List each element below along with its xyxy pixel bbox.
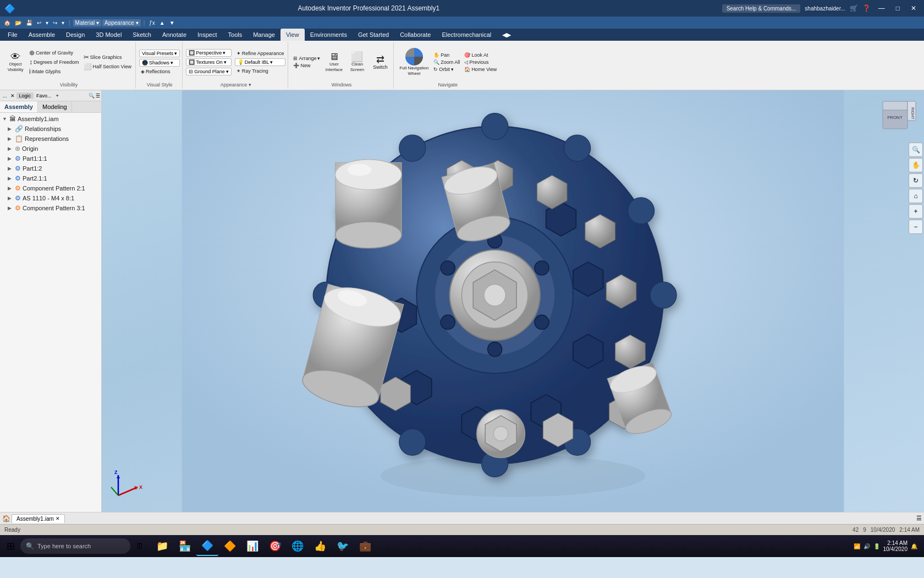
visual-presets-dropdown[interactable]: Visual Presets ▾ — [139, 50, 180, 57]
appearance-dropdown[interactable]: Appearance ▾ — [102, 19, 141, 26]
fx-icon[interactable]: ƒx — [147, 19, 157, 26]
assembly-tab[interactable]: Assembly — [0, 101, 38, 112]
undo-icon[interactable]: ↩ — [35, 19, 43, 26]
sidebar-favo-tab[interactable]: Favo... — [34, 92, 54, 99]
switch-button[interactable]: ⇄ Switch — [369, 53, 391, 71]
tab-electromechanical[interactable]: Electromechanical — [436, 29, 497, 41]
imate-glyphs-button[interactable]: i iMate Glyphs — [28, 67, 81, 76]
taskbar-notification-icon[interactable]: 🔔 — [911, 543, 917, 549]
taskbar-inventor2[interactable]: 🔶 — [219, 536, 241, 556]
undo-dropdown-icon[interactable]: ▾ — [44, 19, 50, 26]
search-sidebar-icon[interactable]: 🔍 — [89, 93, 95, 99]
tree-part1-2[interactable]: ▶ ⚙ Part1:2 — [0, 163, 101, 173]
tab-view[interactable]: View — [280, 29, 305, 41]
modeling-tab[interactable]: Modeling — [38, 101, 72, 112]
redo-dropdown-icon[interactable]: ▾ — [60, 19, 66, 26]
reflections-button[interactable]: ◈ Reflections — [139, 68, 180, 75]
tree-relationships[interactable]: ▶ 🔗 Relationships — [0, 124, 101, 134]
taskbar-twitter[interactable]: 🐦 — [332, 536, 354, 556]
degrees-of-freedom-button[interactable]: ↕ Degrees of Freedom — [28, 58, 81, 67]
orbit-button[interactable]: ↻ Orbit ▾ — [432, 66, 461, 73]
sidebar-add-tab[interactable]: + — [54, 92, 61, 99]
arrange-button[interactable]: ⊞ Arrange ▾ — [292, 55, 322, 62]
start-button[interactable]: ⊞ — [2, 536, 19, 556]
sidebar-logic-tab[interactable]: Logic — [16, 92, 34, 99]
object-visibility-button[interactable]: 👁 ObjectVisibility — [4, 51, 26, 73]
half-section-button[interactable]: ⬜ Half Section View — [82, 62, 133, 71]
tab-manage[interactable]: Manage — [248, 29, 280, 41]
tab-3dmodel[interactable]: 3D Model — [90, 29, 127, 41]
material-dropdown[interactable]: Material ▾ — [73, 19, 101, 26]
tab-tools[interactable]: Tools — [223, 29, 248, 41]
taskbar-edge[interactable]: 💼 — [354, 536, 376, 556]
clean-screen-button[interactable]: ⬜ CleanScreen — [346, 51, 368, 73]
perspective-dropdown[interactable]: 🔲 Perspective ▾ — [186, 49, 232, 57]
full-nav-wheel-button[interactable]: Full NavigationWheel — [397, 47, 431, 77]
look-at-button[interactable]: 🎯 Look At — [463, 52, 498, 58]
taskbar-app6[interactable]: 🎯 — [264, 536, 286, 556]
save-icon[interactable]: 💾 — [24, 19, 34, 26]
zoom-all-button[interactable]: 🔍 Zoom All — [432, 59, 461, 66]
help-icon[interactable]: ❓ — [862, 4, 871, 12]
viewport[interactable]: FRONT RIGHT 🔍 ✋ ↻ ⌂ + − — [102, 90, 924, 512]
taskbar-search-box[interactable]: 🔍 Type here to search — [20, 538, 130, 554]
tree-part1-1-1[interactable]: ▶ ⚙ Part1:1:1 — [0, 154, 101, 163]
origin-label: Origin — [22, 145, 38, 152]
bottom-tab-menu-icon[interactable]: ☰ — [916, 515, 922, 522]
taskbar-chrome[interactable]: 🌐 — [287, 536, 309, 556]
tree-representations[interactable]: ▶ 📋 Representations — [0, 134, 101, 144]
maximize-button[interactable]: □ — [893, 3, 903, 13]
tab-collaborate[interactable]: Collaborate — [394, 29, 436, 41]
home-tab-icon[interactable]: 🏠 — [2, 515, 10, 522]
sidebar-back-tab[interactable]: ... — [1, 92, 9, 99]
tree-origin[interactable]: ▶ ⊕ Origin — [0, 144, 101, 154]
sidebar-menu-icon[interactable]: ☰ — [96, 93, 100, 99]
previous-button[interactable]: ◁ Previous — [463, 59, 498, 66]
shopping-icon[interactable]: 🛒 — [850, 4, 858, 12]
taskbar-ppt[interactable]: 📊 — [241, 536, 263, 556]
default-ibl-dropdown[interactable]: 💡 Default IBL ▾ — [235, 58, 286, 66]
tree-comp-pattern-2-1[interactable]: ▶ ⚙ Component Pattern 2:1 — [0, 183, 101, 193]
shadows-dropdown[interactable]: 🌑 Shadows ▾ — [139, 59, 180, 67]
ground-plane-dropdown[interactable]: ⊟ Ground Plane ▾ — [186, 68, 232, 75]
refine-appearance-button[interactable]: ✦ Refine Appearance — [235, 50, 286, 57]
tab-overflow[interactable]: ◀▶ — [497, 29, 516, 41]
tab-annotate[interactable]: Annotate — [157, 29, 192, 41]
open-icon[interactable]: 📂 — [13, 19, 23, 26]
slice-graphics-button[interactable]: ✂ Slice Graphics — [82, 53, 133, 62]
up-arrow-icon[interactable]: ▲ — [158, 19, 167, 26]
home-icon[interactable]: 🏠 — [2, 19, 12, 26]
taskbar-store[interactable]: 🏪 — [174, 536, 196, 556]
sidebar-close-tab[interactable]: ✕ — [9, 92, 16, 99]
tree-as1110[interactable]: ▶ ⚙ AS 1110 - M4 x 8:1 — [0, 193, 101, 203]
close-button[interactable]: ✕ — [908, 3, 920, 13]
taskbar-facebook[interactable]: 👍 — [309, 536, 331, 556]
home-view-button[interactable]: 🏠 Home View — [463, 66, 498, 73]
minimize-button[interactable]: — — [875, 3, 888, 13]
tree-assembly1[interactable]: ▼ 🏛 Assembly1.iam — [0, 114, 101, 124]
down-arrow-icon[interactable]: ▼ — [168, 19, 177, 26]
user-interface-button[interactable]: 🖥 UserInterface — [323, 51, 345, 73]
textures-dropdown[interactable]: 🔲 Textures On ▾ — [186, 58, 232, 66]
task-view-button[interactable]: 🗓 — [131, 536, 148, 556]
search-bar-title[interactable]: Search Help & Commands... — [722, 4, 801, 13]
tab-assemble[interactable]: Assemble — [23, 29, 61, 41]
pan-button[interactable]: ✋ Pan — [432, 52, 461, 58]
tree-part2-1-1[interactable]: ▶ ⚙ Part2.1:1 — [0, 173, 101, 183]
ray-tracing-button[interactable]: ✴ Ray Tracing — [235, 68, 286, 74]
tab-get-started[interactable]: Get Started — [353, 29, 394, 41]
assembly1-tab[interactable]: Assembly1.iam ✕ — [12, 514, 65, 523]
assembly1-tab-close[interactable]: ✕ — [56, 516, 60, 521]
tab-file[interactable]: File — [2, 29, 23, 41]
new-window-button[interactable]: ➕ New — [292, 62, 322, 69]
redo-icon[interactable]: ↪ — [51, 19, 59, 26]
taskbar-explorer[interactable]: 📁 — [151, 536, 173, 556]
taskbar-clock[interactable]: 2:14 AM 10/4/2020 — [883, 540, 908, 552]
tab-design[interactable]: Design — [61, 29, 90, 41]
center-gravity-button[interactable]: ⊕ Center of Gravity — [28, 48, 81, 57]
taskbar-inventor[interactable]: 🔷 — [196, 536, 218, 556]
tab-inspect[interactable]: Inspect — [192, 29, 222, 41]
tree-comp-pattern-3-1[interactable]: ▶ ⚙ Component Pattern 3:1 — [0, 203, 101, 213]
tab-sketch[interactable]: Sketch — [127, 29, 157, 41]
tab-environments[interactable]: Environments — [305, 29, 353, 41]
